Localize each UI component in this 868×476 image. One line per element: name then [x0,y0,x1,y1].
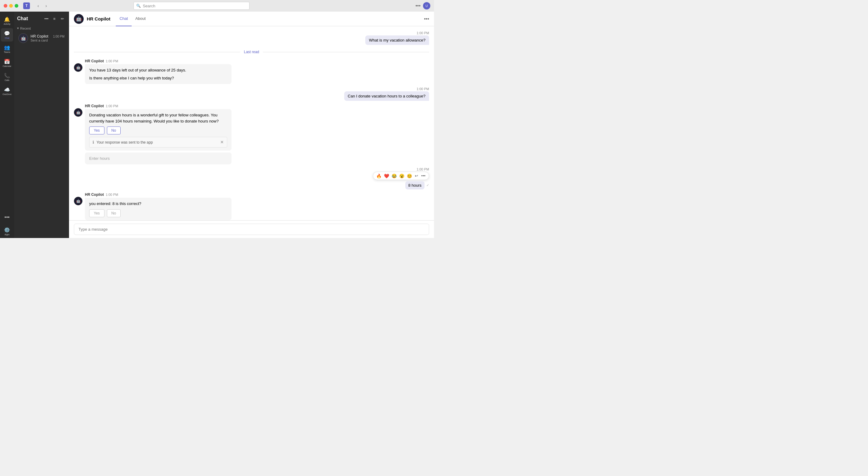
messages-area[interactable]: 1:00 PM What is my vacation allowance? L… [69,26,434,220]
title-bar-right: ••• U [415,2,430,9]
last-read-divider: Last read [69,47,434,57]
onedrive-icon: ☁️ [4,87,10,93]
outgoing-message-1: 1:00 PM What is my vacation allowance? [69,30,434,46]
sender-name-2: HR Copilot [85,104,104,108]
recent-label-text: Recent [20,27,31,30]
divider-line-left [74,52,240,52]
message-input[interactable] [74,224,429,235]
action-buttons-3: Yes No [89,209,227,217]
incoming-bubble-3: you entered: 8 is this correct? Yes No [85,198,231,220]
sidebar-label-teams: Teams [4,51,10,53]
outgoing-message-3: 1:00 PM 🔥 ❤️ 😂 😮 😊 ↩ ••• [69,166,434,191]
action-buttons-2: Yes No [89,126,227,135]
nav-arrows: ‹ › [35,2,50,9]
tab-chat-label: Chat [119,16,128,21]
bot-avatar-2: 🤖 [74,108,83,117]
outgoing-message-2-content: 1:00 PM Can I donate vacation hours to a… [344,87,429,101]
response-sent-close-button[interactable]: ✕ [220,139,224,145]
incoming-text-1-line-2: Is there anything else I can help you wi… [89,75,227,81]
user-avatar[interactable]: U [423,2,430,9]
traffic-lights [4,4,18,8]
outgoing-message-2-bubble: Can I donate vacation hours to a colleag… [344,91,429,101]
chat-panel-header: Chat ••• ≡ ✏ [14,11,69,25]
chat-panel-actions: ••• ≡ ✏ [43,15,66,22]
teams-icon-sidebar: 👥 [4,44,10,51]
sidebar: 🔔 Activity 💬 Chat 👥 Teams 📅 Calendar 📞 C… [0,11,14,238]
reaction-more-icon[interactable]: 😊 [406,173,413,179]
sender-time-2: 1:00 PM [106,104,118,108]
chat-item-name-row: HR Copilot 1:00 PM [31,34,64,38]
reaction-wow[interactable]: 😮 [399,173,405,179]
chat-list-item[interactable]: 🤖 HR Copilot 1:00 PM Sent a card [15,31,67,45]
sender-name-3: HR Copilot [85,192,104,197]
main-content: 🤖 HR Copilot Chat About ••• 1:00 PM What… [69,11,434,238]
incoming-text-3-line-1: you entered: 8 is this correct? [89,201,227,207]
more-dots-icon: ••• [5,214,10,220]
incoming-message-2-content: HR Copilot 1:00 PM Donating vacation hou… [85,104,429,165]
yes-button-3: Yes [89,209,104,217]
divider-line-right [263,52,429,52]
search-bar[interactable]: 🔍 Search [133,2,250,10]
outgoing-message-3-time: 1:00 PM [416,168,429,171]
recent-section-label[interactable]: ▾ Recent [14,25,69,31]
incoming-message-1: 🤖 HR Copilot 1:00 PM You have 13 days le… [69,58,434,85]
sidebar-item-teams[interactable]: 👥 Teams [1,42,13,56]
more-button[interactable]: ••• [415,3,421,8]
sidebar-item-onedrive[interactable]: ☁️ OneDrive [1,84,13,98]
no-button-2[interactable]: No [107,126,121,135]
incoming-message-2: 🤖 HR Copilot 1:00 PM Donating vacation h… [69,103,434,166]
chat-header-tabs: Chat About [116,11,149,26]
search-icon: 🔍 [136,4,141,8]
sidebar-item-more[interactable]: ••• [1,210,13,224]
sidebar-item-chat[interactable]: 💬 Chat [1,28,13,41]
incoming-bubble-1: You have 13 days left out of your allowa… [85,64,231,84]
chat-panel: Chat ••• ≡ ✏ ▾ Recent 🤖 HR Copilot 1:00 … [14,11,69,238]
calls-icon: 📞 [4,73,10,79]
reaction-toolbar: 🔥 ❤️ 😂 😮 😊 ↩ ••• [373,172,429,180]
outgoing-message-3-content: 1:00 PM 🔥 ❤️ 😂 😮 😊 ↩ ••• [373,168,429,189]
maximize-button[interactable] [15,4,18,8]
chat-item-time: 1:00 PM [53,35,64,38]
incoming-text-2-line-1: Donating vacation hours is a wonderful g… [89,112,227,124]
chat-panel-filter-button[interactable]: ≡ [51,15,58,22]
forward-button[interactable]: › [43,2,50,9]
calendar-icon: 📅 [4,59,10,64]
no-button-3: No [107,209,121,217]
chat-item-avatar: 🤖 [18,33,28,43]
tab-chat[interactable]: Chat [116,11,131,26]
sender-time-1: 1:00 PM [106,59,118,63]
sidebar-item-calls[interactable]: 📞 Calls [1,70,13,84]
chat-header-more-button[interactable]: ••• [424,16,429,22]
yes-button-2[interactable]: Yes [89,126,104,135]
chat-header-avatar: 🤖 [74,14,84,24]
close-button[interactable] [4,4,7,8]
tab-about-label: About [135,16,146,21]
reaction-heart[interactable]: ❤️ [383,173,390,179]
chat-panel-compose-button[interactable]: ✏ [59,15,66,22]
activity-icon: 🔔 [4,17,10,22]
reaction-fire[interactable]: 🔥 [376,173,382,179]
sidebar-label-calls: Calls [5,79,9,81]
back-button[interactable]: ‹ [35,2,41,9]
sidebar-item-apps[interactable]: ⚙️ Apps [1,225,13,238]
input-area [69,220,434,238]
sidebar-item-calendar[interactable]: 📅 Calendar [1,56,13,70]
outgoing-message-1-bubble: What is my vacation allowance? [365,35,429,45]
sidebar-item-activity[interactable]: 🔔 Activity [1,14,13,28]
more-actions-button[interactable]: ••• [420,173,426,179]
reaction-laugh[interactable]: 😂 [391,173,397,179]
bot-avatar-3: 🤖 [74,197,83,205]
tab-about[interactable]: About [132,11,149,26]
sidebar-label-chat: Chat [5,37,9,39]
apps-icon: ⚙️ [4,227,10,233]
reply-button[interactable]: ↩ [414,173,419,179]
teams-app-icon: T [23,2,30,9]
last-read-label: Last read [244,50,259,54]
info-icon: ℹ [93,139,94,145]
incoming-message-3: 🤖 HR Copilot 1:00 PM you entered: 8 is t… [69,191,434,220]
minimize-button[interactable] [9,4,13,8]
chat-panel-more-button[interactable]: ••• [43,15,50,22]
sender-time-3: 1:00 PM [106,193,118,197]
chat-icon: 💬 [4,31,10,36]
outgoing-message-3-bubble: 8 hours [405,181,425,189]
